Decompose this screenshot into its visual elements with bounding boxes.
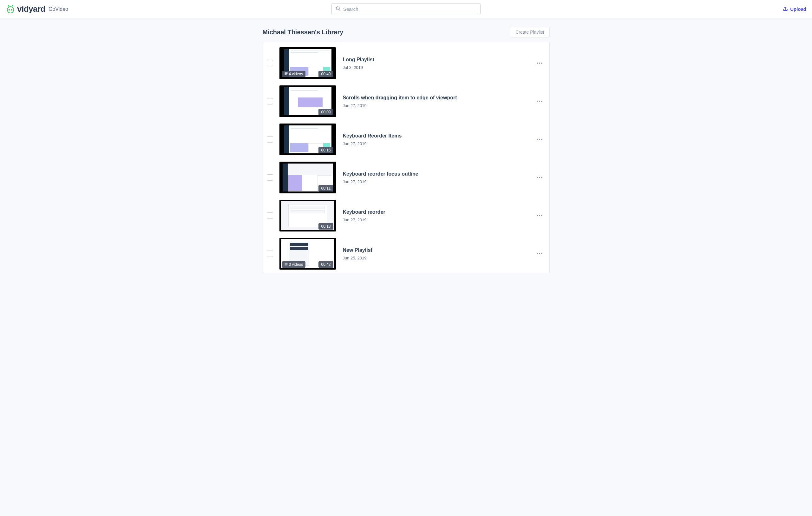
video-date: Jun 27, 2019	[343, 180, 535, 184]
upload-icon	[783, 6, 788, 12]
main-container: Michael Thiessen's Library Create Playli…	[263, 19, 550, 273]
select-checkbox[interactable]	[267, 212, 273, 219]
video-date: Jul 2, 2019	[343, 65, 535, 70]
playlist-icon	[285, 262, 288, 267]
video-thumbnail[interactable]: 4 videos 00:49	[280, 47, 336, 79]
playlist-icon	[285, 72, 288, 76]
video-info: Scrolls when dragging item to edge of vi…	[336, 95, 535, 108]
svg-point-1	[8, 7, 13, 13]
video-thumbnail[interactable]: 3 videos 00:42	[280, 238, 336, 270]
more-icon	[537, 101, 542, 102]
duration-badge: 00:16	[318, 147, 333, 153]
search-container	[331, 3, 481, 15]
more-icon	[537, 215, 542, 216]
list-item: 00:13 Keyboard reorder Jun 27, 2019	[263, 196, 549, 235]
svg-point-6	[8, 5, 8, 6]
video-date: Jun 27, 2019	[343, 103, 535, 108]
video-info: Keyboard Reorder Items Jun 27, 2019	[336, 133, 535, 146]
video-info: Long Playlist Jul 2, 2019	[336, 57, 535, 70]
svg-point-7	[12, 5, 13, 6]
select-checkbox[interactable]	[267, 60, 273, 66]
video-date: Jun 25, 2019	[343, 255, 535, 261]
brand-logo[interactable]: vidyard GoVideo	[6, 4, 68, 14]
more-button[interactable]	[535, 61, 544, 65]
video-thumbnail[interactable]: 00:13	[280, 200, 336, 232]
library-title: Michael Thiessen's Library	[263, 29, 344, 36]
video-info: New Playlist Jun 25, 2019	[336, 247, 535, 261]
more-button[interactable]	[535, 100, 544, 103]
list-item: 00:16 Keyboard Reorder Items Jun 27, 201…	[263, 120, 549, 159]
video-thumbnail[interactable]: 00:11	[280, 162, 336, 193]
upload-button[interactable]: Upload	[783, 6, 806, 12]
list-item: 3 videos 00:42 New Playlist Jun 25, 2019	[263, 235, 549, 273]
upload-label: Upload	[790, 6, 806, 12]
duration-badge: 00:11	[318, 185, 333, 191]
video-info: Keyboard reorder Jun 27, 2019	[336, 209, 535, 222]
svg-line-9	[339, 9, 340, 11]
search-input[interactable]	[343, 6, 476, 12]
videos-count-badge: 3 videos	[282, 261, 306, 268]
video-date: Jun 27, 2019	[343, 218, 535, 222]
app-header: vidyard GoVideo Upload	[0, 0, 812, 19]
video-thumbnail[interactable]: 00:16	[280, 124, 336, 155]
more-button[interactable]	[535, 137, 544, 141]
more-button[interactable]	[535, 214, 544, 218]
video-title[interactable]: Long Playlist	[343, 57, 535, 62]
library-header: Michael Thiessen's Library Create Playli…	[263, 27, 550, 37]
vidyard-icon	[6, 4, 15, 14]
more-button[interactable]	[535, 252, 544, 255]
select-checkbox[interactable]	[267, 174, 273, 181]
video-thumbnail[interactable]: 00:09	[280, 85, 336, 117]
svg-point-3	[11, 9, 12, 10]
more-icon	[537, 139, 542, 140]
select-checkbox[interactable]	[267, 98, 273, 105]
list-item: 00:09 Scrolls when dragging item to edge…	[263, 82, 549, 120]
more-button[interactable]	[535, 175, 544, 180]
svg-point-2	[8, 9, 10, 10]
select-checkbox[interactable]	[267, 250, 273, 257]
duration-badge: 00:49	[318, 71, 333, 77]
search-box[interactable]	[331, 3, 481, 15]
video-title[interactable]: New Playlist	[343, 247, 535, 253]
duration-badge: 00:13	[318, 223, 333, 229]
video-info: Keyboard reorder focus outline Jun 27, 2…	[336, 171, 535, 184]
video-title[interactable]: Keyboard reorder	[343, 209, 535, 215]
video-list: 4 videos 00:49 Long Playlist Jul 2, 2019…	[263, 42, 550, 273]
more-icon	[537, 253, 542, 254]
select-checkbox[interactable]	[267, 136, 273, 142]
video-date: Jun 27, 2019	[343, 141, 535, 146]
video-title[interactable]: Scrolls when dragging item to edge of vi…	[343, 95, 535, 101]
duration-badge: 00:09	[318, 109, 333, 115]
brand-name: vidyard	[17, 4, 46, 14]
list-item: 4 videos 00:49 Long Playlist Jul 2, 2019	[263, 44, 549, 82]
brand-sub: GoVideo	[49, 6, 68, 12]
more-icon	[537, 62, 542, 64]
duration-badge: 00:42	[318, 261, 333, 268]
videos-count-badge: 4 videos	[282, 71, 306, 77]
search-icon	[336, 6, 341, 12]
video-title[interactable]: Keyboard Reorder Items	[343, 133, 535, 139]
list-item: 00:11 Keyboard reorder focus outline Jun…	[263, 159, 549, 196]
create-playlist-button[interactable]: Create Playlist	[510, 27, 549, 37]
more-icon	[537, 177, 542, 178]
video-title[interactable]: Keyboard reorder focus outline	[343, 171, 535, 177]
